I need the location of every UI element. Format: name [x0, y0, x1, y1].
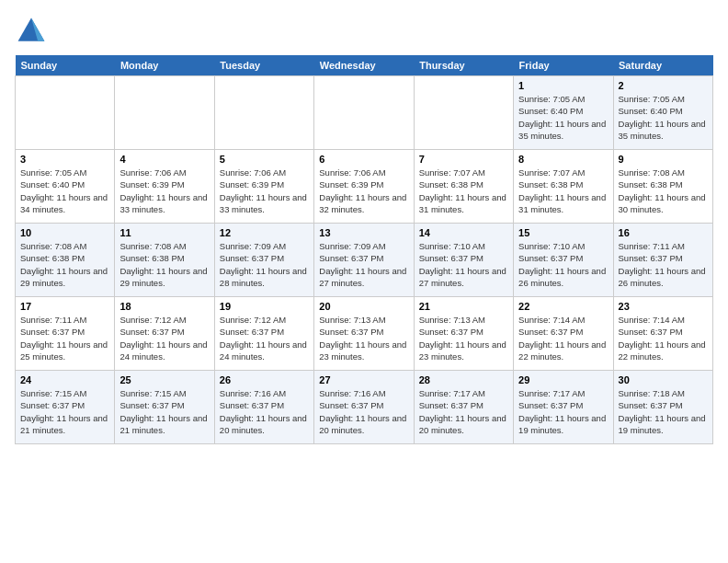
day-number: 8	[518, 154, 608, 165]
cell-w5-d6: 30Sunrise: 7:18 AM Sunset: 6:37 PM Dayli…	[613, 371, 712, 444]
day-info: Sunrise: 7:14 AM Sunset: 6:37 PM Dayligh…	[619, 314, 708, 362]
day-info: Sunrise: 7:05 AM Sunset: 6:40 PM Dayligh…	[20, 167, 109, 215]
header-sunday: Sunday	[16, 55, 115, 76]
logo-icon	[15, 15, 48, 48]
day-info: Sunrise: 7:06 AM Sunset: 6:39 PM Dayligh…	[220, 167, 309, 215]
day-number: 1	[518, 80, 608, 91]
cell-w4-d6: 23Sunrise: 7:14 AM Sunset: 6:37 PM Dayli…	[613, 297, 712, 371]
cell-w4-d4: 21Sunrise: 7:13 AM Sunset: 6:37 PM Dayli…	[414, 297, 513, 371]
header-monday: Monday	[115, 55, 214, 76]
day-info: Sunrise: 7:17 AM Sunset: 6:37 PM Dayligh…	[419, 387, 508, 436]
day-number: 4	[119, 154, 209, 165]
cell-w5-d5: 29Sunrise: 7:17 AM Sunset: 6:37 PM Dayli…	[514, 371, 613, 444]
day-number: 9	[619, 154, 708, 165]
day-info: Sunrise: 7:17 AM Sunset: 6:37 PM Dayligh…	[518, 387, 608, 436]
day-number: 5	[220, 154, 309, 165]
day-number: 26	[220, 374, 309, 385]
day-number: 18	[119, 301, 209, 312]
day-number: 19	[220, 301, 309, 312]
cell-w2-d2: 5Sunrise: 7:06 AM Sunset: 6:39 PM Daylig…	[214, 150, 313, 224]
day-info: Sunrise: 7:06 AM Sunset: 6:39 PM Dayligh…	[319, 167, 408, 215]
week-row-3: 10Sunrise: 7:08 AM Sunset: 6:38 PM Dayli…	[16, 224, 713, 297]
cell-w1-d6: 2Sunrise: 7:05 AM Sunset: 6:40 PM Daylig…	[613, 76, 712, 150]
cell-w3-d2: 12Sunrise: 7:09 AM Sunset: 6:37 PM Dayli…	[214, 224, 313, 297]
day-number: 27	[319, 374, 408, 385]
cell-w4-d2: 19Sunrise: 7:12 AM Sunset: 6:37 PM Dayli…	[214, 297, 313, 371]
day-info: Sunrise: 7:06 AM Sunset: 6:39 PM Dayligh…	[119, 167, 209, 215]
day-info: Sunrise: 7:11 AM Sunset: 6:37 PM Dayligh…	[619, 240, 708, 289]
cell-w2-d4: 7Sunrise: 7:07 AM Sunset: 6:38 PM Daylig…	[414, 150, 513, 224]
day-info: Sunrise: 7:07 AM Sunset: 6:38 PM Dayligh…	[518, 167, 608, 215]
cell-w3-d5: 15Sunrise: 7:10 AM Sunset: 6:37 PM Dayli…	[514, 224, 613, 297]
day-info: Sunrise: 7:10 AM Sunset: 6:37 PM Dayligh…	[518, 240, 608, 289]
cell-w1-d2	[214, 76, 313, 150]
day-info: Sunrise: 7:08 AM Sunset: 6:38 PM Dayligh…	[20, 240, 109, 289]
day-info: Sunrise: 7:11 AM Sunset: 6:37 PM Dayligh…	[20, 314, 109, 362]
cell-w5-d4: 28Sunrise: 7:17 AM Sunset: 6:37 PM Dayli…	[414, 371, 513, 444]
cell-w2-d1: 4Sunrise: 7:06 AM Sunset: 6:39 PM Daylig…	[115, 150, 214, 224]
cell-w5-d3: 27Sunrise: 7:16 AM Sunset: 6:37 PM Dayli…	[314, 371, 414, 444]
header-row: SundayMondayTuesdayWednesdayThursdayFrid…	[16, 55, 713, 76]
cell-w3-d6: 16Sunrise: 7:11 AM Sunset: 6:37 PM Dayli…	[613, 224, 712, 297]
cell-w2-d6: 9Sunrise: 7:08 AM Sunset: 6:38 PM Daylig…	[613, 150, 712, 224]
day-number: 16	[619, 227, 708, 238]
day-number: 10	[20, 227, 109, 238]
cell-w5-d2: 26Sunrise: 7:16 AM Sunset: 6:37 PM Dayli…	[214, 371, 313, 444]
day-info: Sunrise: 7:13 AM Sunset: 6:37 PM Dayligh…	[419, 314, 508, 362]
header-friday: Friday	[514, 55, 613, 76]
header-wednesday: Wednesday	[314, 55, 414, 76]
calendar-table: SundayMondayTuesdayWednesdayThursdayFrid…	[15, 55, 713, 444]
cell-w5-d0: 24Sunrise: 7:15 AM Sunset: 6:37 PM Dayli…	[16, 371, 115, 444]
cell-w5-d1: 25Sunrise: 7:15 AM Sunset: 6:37 PM Dayli…	[115, 371, 214, 444]
day-number: 13	[319, 227, 408, 238]
day-info: Sunrise: 7:09 AM Sunset: 6:37 PM Dayligh…	[319, 240, 408, 289]
day-info: Sunrise: 7:15 AM Sunset: 6:37 PM Dayligh…	[20, 387, 109, 436]
cell-w2-d5: 8Sunrise: 7:07 AM Sunset: 6:38 PM Daylig…	[514, 150, 613, 224]
cell-w3-d3: 13Sunrise: 7:09 AM Sunset: 6:37 PM Dayli…	[314, 224, 414, 297]
day-number: 21	[419, 301, 508, 312]
cell-w3-d1: 11Sunrise: 7:08 AM Sunset: 6:38 PM Dayli…	[115, 224, 214, 297]
week-row-2: 3Sunrise: 7:05 AM Sunset: 6:40 PM Daylig…	[16, 150, 713, 224]
day-number: 2	[619, 80, 708, 91]
day-number: 6	[319, 154, 408, 165]
day-number: 15	[518, 227, 608, 238]
cell-w4-d0: 17Sunrise: 7:11 AM Sunset: 6:37 PM Dayli…	[16, 297, 115, 371]
header-tuesday: Tuesday	[214, 55, 313, 76]
cell-w1-d3	[314, 76, 414, 150]
day-number: 12	[220, 227, 309, 238]
logo	[15, 15, 51, 48]
week-row-4: 17Sunrise: 7:11 AM Sunset: 6:37 PM Dayli…	[16, 297, 713, 371]
cell-w4-d3: 20Sunrise: 7:13 AM Sunset: 6:37 PM Dayli…	[314, 297, 414, 371]
cell-w1-d0	[16, 76, 115, 150]
day-number: 23	[619, 301, 708, 312]
day-info: Sunrise: 7:07 AM Sunset: 6:38 PM Dayligh…	[419, 167, 508, 215]
cell-w1-d1	[115, 76, 214, 150]
day-number: 24	[20, 374, 109, 385]
week-row-1: 1Sunrise: 7:05 AM Sunset: 6:40 PM Daylig…	[16, 76, 713, 150]
day-info: Sunrise: 7:13 AM Sunset: 6:37 PM Dayligh…	[319, 314, 408, 362]
day-info: Sunrise: 7:08 AM Sunset: 6:38 PM Dayligh…	[119, 240, 209, 289]
calendar-header: SundayMondayTuesdayWednesdayThursdayFrid…	[16, 55, 713, 76]
day-number: 3	[20, 154, 109, 165]
day-number: 14	[419, 227, 508, 238]
day-info: Sunrise: 7:16 AM Sunset: 6:37 PM Dayligh…	[319, 387, 408, 436]
day-info: Sunrise: 7:12 AM Sunset: 6:37 PM Dayligh…	[220, 314, 309, 362]
day-number: 11	[119, 227, 209, 238]
cell-w4-d5: 22Sunrise: 7:14 AM Sunset: 6:37 PM Dayli…	[514, 297, 613, 371]
day-number: 22	[518, 301, 608, 312]
day-number: 17	[20, 301, 109, 312]
day-info: Sunrise: 7:15 AM Sunset: 6:37 PM Dayligh…	[119, 387, 209, 436]
day-number: 25	[119, 374, 209, 385]
day-number: 30	[619, 374, 708, 385]
day-info: Sunrise: 7:18 AM Sunset: 6:37 PM Dayligh…	[619, 387, 708, 436]
day-info: Sunrise: 7:05 AM Sunset: 6:40 PM Dayligh…	[518, 93, 608, 142]
header-saturday: Saturday	[613, 55, 712, 76]
day-info: Sunrise: 7:08 AM Sunset: 6:38 PM Dayligh…	[619, 167, 708, 215]
day-info: Sunrise: 7:16 AM Sunset: 6:37 PM Dayligh…	[220, 387, 309, 436]
cell-w2-d3: 6Sunrise: 7:06 AM Sunset: 6:39 PM Daylig…	[314, 150, 414, 224]
cell-w2-d0: 3Sunrise: 7:05 AM Sunset: 6:40 PM Daylig…	[16, 150, 115, 224]
day-number: 7	[419, 154, 508, 165]
day-info: Sunrise: 7:12 AM Sunset: 6:37 PM Dayligh…	[119, 314, 209, 362]
cell-w1-d5: 1Sunrise: 7:05 AM Sunset: 6:40 PM Daylig…	[514, 76, 613, 150]
page-header	[15, 15, 713, 48]
